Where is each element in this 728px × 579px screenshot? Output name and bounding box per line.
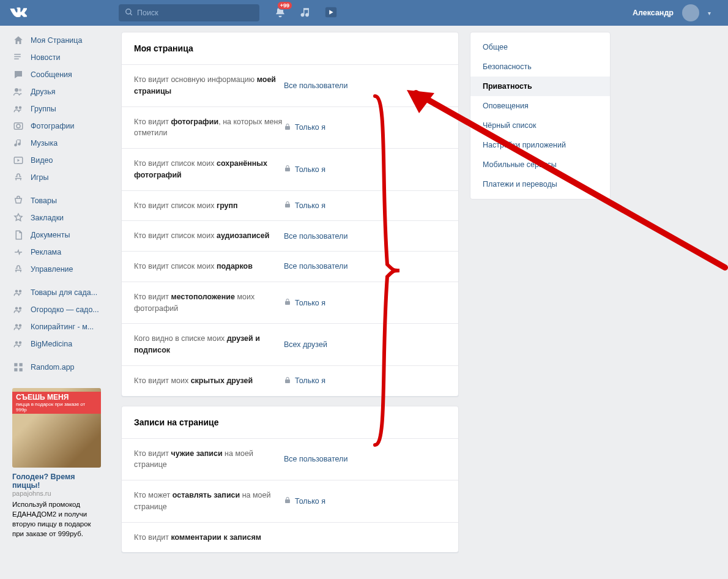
setting-label: Кто видит список моих аудиозаписей [134,230,284,242]
nav-label: Друзья [31,88,56,96]
setting-label: Кто видит основную информацию моей стран… [134,74,284,97]
nav-label: BigMedicina [31,340,72,348]
setting-row: Кто видит список моих подарковВсе пользо… [122,251,458,282]
setting-value[interactable]: Все пользователи [284,81,347,90]
settings-nav-item[interactable]: Чёрный список [470,116,610,135]
lock-icon [284,123,291,132]
lock-icon [284,376,291,386]
nav-item[interactable]: Новости [12,49,116,66]
right-sidebar: ОбщееБезопасностьПриватностьОповещенияЧё… [470,32,611,562]
svg-point-14 [19,324,22,327]
setting-row: Кто видит моих скрытых друзейТолько я [122,365,458,396]
svg-point-15 [15,342,18,345]
nav-label: Копирайтинг - м... [31,323,94,331]
nav-item[interactable]: Копирайтинг - м... [12,318,116,335]
svg-point-9 [15,290,18,293]
nav-item[interactable]: Моя Страница [12,32,116,49]
setting-value[interactable]: Только я [284,123,325,132]
search-box[interactable] [119,4,259,21]
setting-value[interactable]: Все пользователи [284,455,347,463]
setting-row: Кто видит фотографии, на которых меня от… [122,106,458,149]
settings-nav-item[interactable]: Общее [470,37,610,57]
play-icon[interactable] [324,6,338,21]
nav-label: Новости [31,53,60,62]
vk-logo[interactable] [10,4,27,21]
setting-label: Кто может оставлять записи на моей стран… [134,490,284,513]
nav-icon [12,35,24,46]
nav-item[interactable]: Музыка [12,135,116,152]
settings-panel: Моя страницаКто видит основную информаци… [121,32,459,397]
setting-value[interactable]: Все пользователи [284,262,347,271]
nav-label: Моя Страница [31,36,82,45]
setting-value[interactable]: Все пользователи [284,232,347,241]
nav-label: Управление [31,265,73,274]
svg-point-4 [15,106,18,110]
nav-icon [12,362,24,373]
settings-panel: Записи на страницеКто видит чужие записи… [121,406,459,553]
username: Александр [633,9,674,17]
user-menu[interactable]: Александр ▾ [633,4,711,21]
setting-value[interactable]: Только я [284,201,325,210]
lock-icon [284,201,291,210]
avatar [682,4,699,21]
settings-nav-item[interactable]: Приватность [470,77,610,96]
setting-row: Кого видно в списке моих друзей и подпис… [122,323,458,365]
setting-row: Кто видит список моих группТолько я [122,190,458,221]
nav-item[interactable]: BigMedicina [12,335,116,353]
lock-icon [284,496,291,506]
nav-item[interactable]: Друзья [12,83,116,100]
nav-item[interactable]: Игры [12,169,116,186]
nav-item[interactable]: Управление [12,261,116,278]
setting-value[interactable]: Только я [284,165,325,174]
nav-label: Сообщения [31,70,72,79]
nav-item[interactable]: Огородко — садо... [12,301,116,318]
chevron-down-icon: ▾ [708,10,711,17]
svg-point-13 [15,324,18,327]
nav-item[interactable]: Товары [12,192,116,209]
nav-icon [12,195,24,206]
svg-point-16 [19,342,22,345]
nav-icon [12,338,24,349]
nav-icon [12,212,24,223]
nav-icon [12,172,24,183]
setting-label: Кто видит список моих сохранённых фотогр… [134,158,284,181]
ad-text: Используй промокод ЕДАНАДОМ2 и получи вт… [12,499,101,539]
setting-value[interactable]: Только я [284,298,325,307]
nav-item[interactable]: Фотографии [12,118,116,135]
settings-nav-item[interactable]: Платежи и переводы [470,174,610,194]
settings-nav-item[interactable]: Безопасность [470,57,610,77]
music-icon[interactable] [300,7,311,20]
panel-title: Моя страница [122,32,458,64]
settings-nav-item[interactable]: Настройки приложений [470,135,610,155]
setting-value[interactable]: Только я [284,496,325,506]
nav-item[interactable]: Видео [12,152,116,169]
svg-point-10 [19,290,22,293]
ad-block[interactable]: СЪЕШЬ МЕНЯ пицца в подарок при заказе от… [12,388,101,539]
setting-label: Кто видит комментарии к записям [134,532,284,544]
nav-item[interactable]: Документы [12,226,116,244]
nav-item[interactable]: Сообщения [12,66,116,83]
setting-value[interactable]: Только я [284,376,325,386]
nav-item[interactable]: Группы [12,100,116,118]
main-content: Моя страницаКто видит основную информаци… [121,32,459,562]
notifications-icon[interactable]: +99 [274,6,286,20]
setting-row: Кто видит комментарии к записям [122,522,458,553]
ad-image: СЪЕШЬ МЕНЯ пицца в подарок при заказе от… [12,388,101,468]
setting-row: Кто видит список моих сохранённых фотогр… [122,148,458,190]
settings-nav-item[interactable]: Оповещения [470,96,610,116]
setting-row: Кто видит основную информацию моей стран… [122,64,458,106]
svg-point-7 [17,124,20,128]
nav-item[interactable]: Реклама [12,244,116,261]
nav-item[interactable]: Закладки [12,209,116,226]
setting-value[interactable]: Всех друзей [284,340,327,349]
svg-point-5 [19,106,22,110]
nav-icon [12,304,24,315]
nav-item[interactable]: Random.app [12,359,116,376]
nav-item[interactable]: Товары для сада... [12,284,116,301]
search-input[interactable] [137,9,247,17]
svg-point-3 [19,89,22,92]
setting-row: Кто видит местоположение моих фотографий… [122,282,458,324]
setting-label: Кто видит фотографии, на которых меня от… [134,116,284,140]
settings-nav-item[interactable]: Мобильные сервисы [470,155,610,174]
nav-label: Товары [31,196,57,205]
